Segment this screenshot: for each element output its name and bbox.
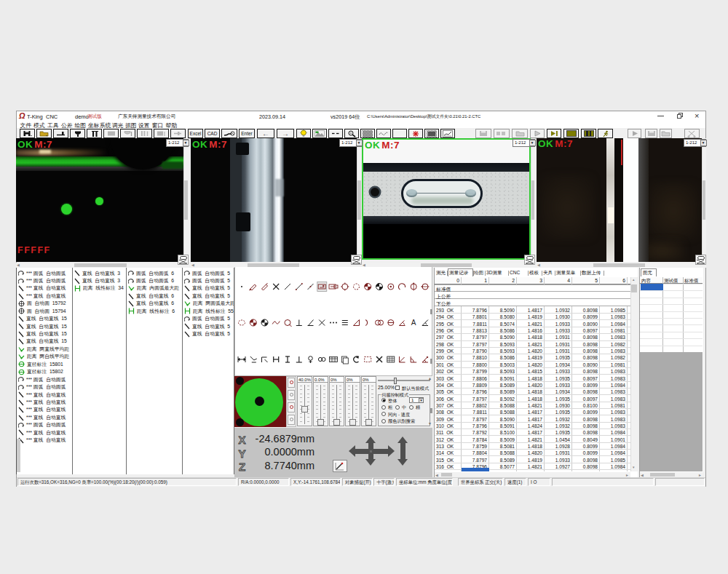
svg-text:Y: Y <box>238 447 245 458</box>
svg-text:X: X <box>238 434 245 445</box>
svg-text:Z: Z <box>239 461 245 471</box>
svg-text:A: A <box>411 319 416 327</box>
